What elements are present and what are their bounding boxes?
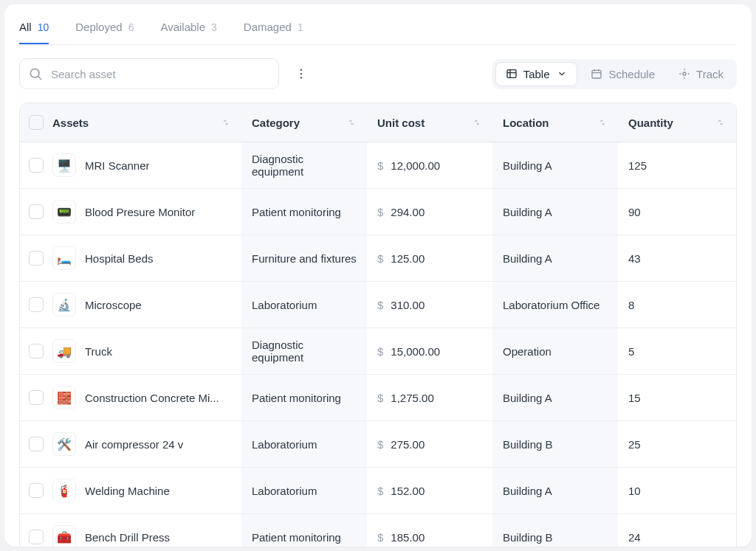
table-row[interactable]: 🛠️Air compressor 24 vLaboratorium$275.00… bbox=[20, 421, 736, 468]
cell-quantity: 90 bbox=[618, 189, 736, 235]
tab-label: Damaged bbox=[244, 21, 292, 33]
chevron-down-icon bbox=[557, 69, 567, 79]
cell-unit-cost: $12,000.00 bbox=[367, 142, 492, 188]
sort-icon[interactable] bbox=[715, 117, 726, 128]
sort-icon[interactable] bbox=[472, 117, 482, 128]
tab-available[interactable]: Available3 bbox=[160, 10, 216, 44]
search-wrap bbox=[19, 58, 279, 89]
cell-quantity: 5 bbox=[618, 328, 736, 374]
table-row[interactable]: 🧱Construction Concrete Mi...Patient moni… bbox=[20, 375, 736, 421]
cell-location: Operation bbox=[492, 328, 618, 374]
cell-quantity: 15 bbox=[618, 375, 736, 420]
cell-category: Furniture and fixtures bbox=[241, 235, 367, 281]
cell-quantity: 125 bbox=[618, 142, 736, 188]
row-checkbox[interactable] bbox=[29, 483, 44, 498]
col-label: Unit cost bbox=[377, 117, 425, 129]
currency-symbol: $ bbox=[377, 299, 383, 311]
svg-point-12 bbox=[683, 72, 686, 75]
asset-thumbnail: 🧰 bbox=[52, 525, 76, 547]
asset-name: Truck bbox=[85, 345, 112, 358]
asset-thumbnail: 📟 bbox=[52, 200, 76, 223]
svg-rect-5 bbox=[507, 70, 516, 78]
col-assets[interactable]: Assets bbox=[20, 103, 241, 142]
table-row[interactable]: 🔬MicroscopeLaboratorium$310.00Laboratori… bbox=[20, 282, 736, 328]
select-all-checkbox[interactable] bbox=[29, 115, 44, 130]
tab-count: 1 bbox=[298, 21, 303, 33]
svg-point-3 bbox=[300, 73, 303, 75]
table-icon bbox=[506, 68, 518, 80]
cell-asset: 🧯Welding Machine bbox=[20, 468, 241, 513]
row-checkbox[interactable] bbox=[29, 204, 44, 219]
table-row[interactable]: 📟Blood Presure MonitorPatient monitoring… bbox=[20, 189, 736, 235]
cell-category: Patient monitoring bbox=[241, 514, 367, 547]
tab-label: All bbox=[19, 21, 32, 33]
asset-thumbnail: 🖥️ bbox=[52, 153, 76, 177]
cost-value: 294.00 bbox=[391, 206, 425, 218]
row-checkbox[interactable] bbox=[29, 390, 44, 405]
sort-icon[interactable] bbox=[221, 117, 231, 128]
table-row[interactable]: 🛏️Hospital BedsFurniture and fixtures$12… bbox=[20, 235, 736, 282]
cell-asset: 🧱Construction Concrete Mi... bbox=[20, 375, 241, 420]
view-track[interactable]: Track bbox=[668, 62, 734, 86]
cell-unit-cost: $152.00 bbox=[367, 468, 492, 513]
tab-label: Available bbox=[160, 21, 205, 33]
track-icon bbox=[678, 68, 690, 80]
tab-label: Deployed bbox=[75, 21, 122, 33]
asset-thumbnail: 🛠️ bbox=[52, 432, 76, 456]
table-header: Assets Category Unit cost Location Quant… bbox=[20, 103, 736, 142]
col-category[interactable]: Category bbox=[241, 103, 367, 142]
tab-deployed[interactable]: Deployed6 bbox=[75, 10, 134, 44]
cell-unit-cost: $1,275.00 bbox=[367, 375, 492, 420]
view-label: Schedule bbox=[608, 68, 655, 80]
cell-asset: 🔬Microscope bbox=[20, 282, 241, 328]
row-checkbox[interactable] bbox=[29, 437, 44, 451]
cell-quantity: 25 bbox=[618, 421, 736, 467]
cell-asset: 🛏️Hospital Beds bbox=[20, 235, 241, 281]
asset-name: Air compressor 24 v bbox=[85, 438, 183, 451]
cell-category: Patient monitoring bbox=[241, 375, 367, 420]
cell-category: Diagnostic equipment bbox=[241, 142, 367, 188]
cell-quantity: 24 bbox=[618, 514, 736, 547]
more-button[interactable] bbox=[288, 60, 315, 87]
table-row[interactable]: 🖥️MRI ScannerDiagnostic equipment$12,000… bbox=[20, 142, 736, 189]
row-checkbox[interactable] bbox=[29, 530, 44, 544]
col-unit-cost[interactable]: Unit cost bbox=[367, 103, 492, 142]
cost-value: 152.00 bbox=[391, 485, 425, 497]
tab-damaged[interactable]: Damaged1 bbox=[244, 10, 303, 44]
search-input[interactable] bbox=[19, 58, 279, 89]
table-row[interactable]: 🧰Bench Drill PressPatient monitoring$185… bbox=[20, 514, 736, 547]
cell-asset: 🚚Truck bbox=[20, 328, 241, 374]
currency-symbol: $ bbox=[377, 438, 383, 451]
col-quantity[interactable]: Quantity bbox=[618, 103, 736, 142]
col-location[interactable]: Location bbox=[492, 103, 618, 142]
asset-name: MRI Scanner bbox=[85, 159, 150, 172]
row-checkbox[interactable] bbox=[29, 251, 44, 266]
view-schedule[interactable]: Schedule bbox=[580, 62, 665, 86]
sort-icon[interactable] bbox=[346, 117, 357, 128]
filter-tabs: All10Deployed6Available3Damaged1 bbox=[19, 4, 737, 45]
cell-unit-cost: $185.00 bbox=[367, 514, 492, 547]
cell-asset: 📟Blood Presure Monitor bbox=[20, 189, 241, 235]
cell-unit-cost: $310.00 bbox=[367, 282, 492, 328]
cell-unit-cost: $294.00 bbox=[367, 189, 492, 235]
currency-symbol: $ bbox=[377, 392, 383, 404]
cell-location: Building A bbox=[492, 375, 618, 420]
row-checkbox[interactable] bbox=[29, 344, 44, 358]
cell-unit-cost: $125.00 bbox=[367, 235, 492, 281]
sort-icon[interactable] bbox=[597, 117, 608, 128]
tab-all[interactable]: All10 bbox=[19, 10, 49, 44]
view-table[interactable]: Table bbox=[495, 62, 578, 86]
currency-symbol: $ bbox=[377, 252, 383, 265]
table-row[interactable]: 🚚TruckDiagnostic equipment$15,000.00Oper… bbox=[20, 328, 736, 375]
col-label: Quantity bbox=[628, 117, 673, 129]
cell-location: Building A bbox=[492, 189, 618, 235]
currency-symbol: $ bbox=[377, 159, 383, 172]
col-label: Category bbox=[252, 117, 300, 129]
table-row[interactable]: 🧯Welding MachineLaboratorium$152.00Build… bbox=[20, 468, 736, 514]
row-checkbox[interactable] bbox=[29, 297, 44, 312]
cell-category: Laboratorium bbox=[241, 421, 367, 467]
cost-value: 12,000.00 bbox=[391, 159, 440, 172]
app-shell: All10Deployed6Available3Damaged1 TableSc… bbox=[4, 4, 752, 547]
row-checkbox[interactable] bbox=[29, 158, 44, 173]
asset-name: Bench Drill Press bbox=[85, 531, 170, 544]
